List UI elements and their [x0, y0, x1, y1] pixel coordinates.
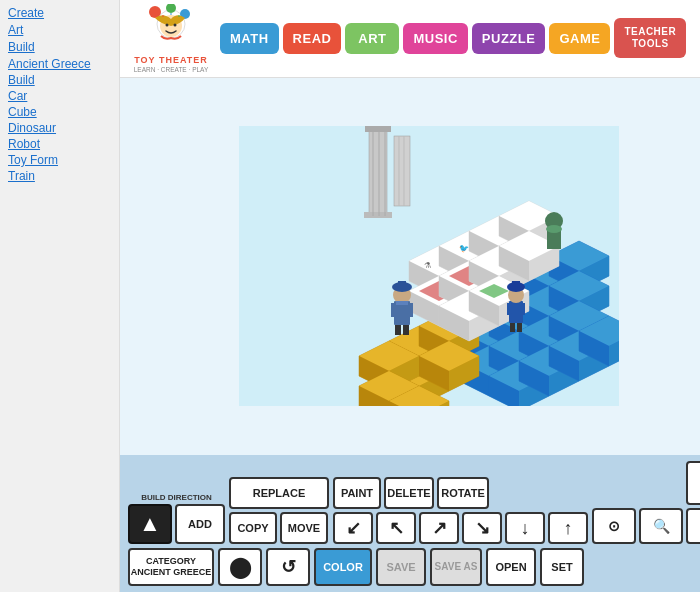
- trash-button[interactable]: 🗑: [686, 461, 700, 505]
- sidebar-link-dinosaur[interactable]: Dinosaur: [8, 121, 111, 135]
- svg-point-7: [162, 15, 164, 17]
- arrow-se-button[interactable]: ↘: [462, 512, 502, 544]
- svg-rect-159: [396, 301, 408, 305]
- save-as-button[interactable]: SAVE AS: [430, 548, 482, 586]
- nav-math-button[interactable]: MATH: [220, 23, 279, 54]
- svg-point-9: [178, 15, 180, 17]
- set-button[interactable]: SET: [540, 548, 584, 586]
- zoom-in-button[interactable]: 🔍: [639, 508, 683, 544]
- sidebar-link-cube[interactable]: Cube: [8, 105, 111, 119]
- rotate-button[interactable]: ROTATE: [437, 477, 489, 509]
- svg-point-5: [166, 24, 169, 27]
- svg-text:⚗: ⚗: [424, 261, 431, 270]
- top-navigation: TOY THEATER LEARN · CREATE · PLAY MATH R…: [120, 0, 700, 78]
- save-button[interactable]: SAVE: [376, 548, 426, 586]
- svg-rect-174: [517, 323, 522, 332]
- build-direction-label: BUILD DIRECTION: [141, 493, 212, 502]
- svg-point-168: [546, 225, 562, 233]
- sidebar-link-car[interactable]: Car: [8, 89, 111, 103]
- svg-rect-165: [398, 281, 406, 289]
- zoom-out-button[interactable]: 🔎: [686, 508, 700, 544]
- svg-rect-13: [364, 212, 392, 218]
- svg-text:🐦: 🐦: [459, 243, 469, 253]
- replace-button[interactable]: REPLACE: [229, 477, 329, 509]
- cylinder-icon-button[interactable]: ⬤: [218, 548, 262, 586]
- nav-teacher-button[interactable]: TEACHERTOOLS: [614, 18, 686, 58]
- nav-read-button[interactable]: READ: [283, 23, 342, 54]
- zoom-reset-button[interactable]: ⊙: [592, 508, 636, 544]
- copy-button[interactable]: COPY: [229, 512, 277, 544]
- svg-rect-17: [394, 136, 410, 206]
- logo-icon: [145, 4, 197, 56]
- nav-puzzle-button[interactable]: PUZZLE: [472, 23, 546, 54]
- build-toolbar: BUILD DIRECTION ▲ ADD REPLACE COPY MOVE …: [120, 455, 700, 592]
- sidebar-link-create[interactable]: Create: [8, 6, 111, 20]
- nav-art-button[interactable]: ART: [345, 23, 399, 54]
- sidebar-link-build2[interactable]: Build: [8, 73, 111, 87]
- svg-rect-162: [395, 325, 401, 335]
- svg-rect-171: [507, 303, 512, 315]
- build-canvas[interactable]: ⚗ 🐦: [120, 78, 700, 455]
- nav-music-button[interactable]: MUSIC: [403, 23, 467, 54]
- svg-point-6: [174, 24, 177, 27]
- open-button[interactable]: OPEN: [486, 548, 536, 586]
- arrow-nw-button[interactable]: ↖: [376, 512, 416, 544]
- sidebar-link-robot[interactable]: Robot: [8, 137, 111, 151]
- nav-game-button[interactable]: GAME: [549, 23, 610, 54]
- paint-button[interactable]: PAINT: [333, 477, 381, 509]
- logo-title: TOY THEATER: [134, 56, 208, 66]
- move-button[interactable]: MOVE: [280, 512, 328, 544]
- arrow-sw-button[interactable]: ↙: [333, 512, 373, 544]
- main-area: TOY THEATER LEARN · CREATE · PLAY MATH R…: [120, 0, 700, 592]
- arrow-up-btn2[interactable]: ↑: [548, 512, 588, 544]
- character-right: [545, 212, 563, 249]
- svg-rect-12: [365, 126, 391, 132]
- svg-rect-173: [510, 323, 515, 332]
- logo: TOY THEATER LEARN · CREATE · PLAY: [126, 4, 216, 73]
- svg-rect-172: [520, 303, 525, 315]
- sidebar-link-build[interactable]: Build: [8, 40, 111, 54]
- sidebar-link-art[interactable]: Art: [8, 23, 111, 37]
- arrow-ne-button[interactable]: ↗: [419, 512, 459, 544]
- svg-rect-176: [512, 281, 520, 288]
- svg-rect-163: [403, 325, 409, 335]
- svg-point-8: [170, 13, 172, 15]
- category-button[interactable]: CATEGORY ANCIENT GREECE: [128, 548, 214, 586]
- scene-svg: ⚗ 🐦: [239, 126, 619, 406]
- add-button[interactable]: ADD: [175, 504, 225, 544]
- sidebar-link-toy-form[interactable]: Toy Form: [8, 153, 111, 167]
- delete-button[interactable]: DELETE: [384, 477, 434, 509]
- svg-rect-11: [369, 126, 387, 216]
- sidebar-link-ancient-greece[interactable]: Ancient Greece: [8, 57, 111, 71]
- color-button[interactable]: COLOR: [314, 548, 372, 586]
- rotate-scene-button[interactable]: ↺: [266, 548, 310, 586]
- sidebar: Create Art Build Ancient Greece Build Ca…: [0, 0, 120, 592]
- svg-rect-161: [408, 303, 413, 317]
- logo-subtitle: LEARN · CREATE · PLAY: [134, 66, 209, 73]
- arrow-down-button[interactable]: ↓: [505, 512, 545, 544]
- direction-up-button[interactable]: ▲: [128, 504, 172, 544]
- svg-rect-160: [391, 303, 396, 317]
- sidebar-link-train[interactable]: Train: [8, 169, 111, 183]
